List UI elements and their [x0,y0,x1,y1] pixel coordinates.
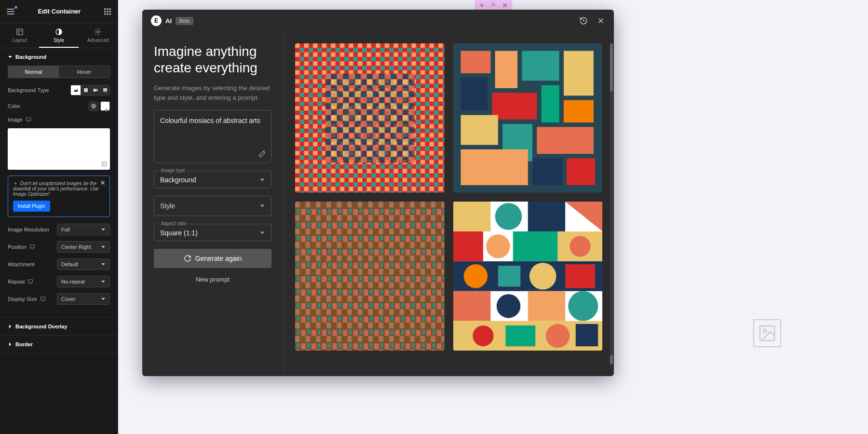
ai-sparkle-icon[interactable] [103,107,110,114]
svg-rect-63 [564,51,594,95]
lightbulb-icon: ✦ [13,181,17,186]
svg-rect-68 [461,115,498,145]
img-res-select[interactable]: Full [57,224,110,235]
tab-style[interactable]: Style [39,23,78,48]
close-icon[interactable] [597,16,605,25]
ai-prompt-panel: Imagine anything create everything Gener… [142,32,284,376]
attachment-select[interactable]: Default [57,258,110,270]
svg-point-85 [486,234,510,258]
svg-rect-92 [565,264,595,288]
position-select[interactable]: Center Right [57,241,110,253]
section-background: Background Normal Hover Background Type [0,48,118,318]
history-icon[interactable] [579,16,588,25]
svg-rect-7 [107,11,108,12]
svg-rect-71 [461,149,528,185]
add-icon[interactable] [478,2,485,9]
svg-rect-3 [104,8,106,10]
apps-icon[interactable] [103,7,112,16]
prompt-input-wrap [154,110,271,163]
svg-point-96 [568,291,598,321]
svg-rect-81 [453,202,490,231]
state-hover[interactable]: Hover [59,66,109,78]
svg-rect-65 [492,93,537,120]
editor-canvas: E AI Beta Imagine anything create everyt… [118,0,868,434]
scrollbar[interactable] [610,43,613,365]
svg-rect-23 [26,118,30,121]
generate-button[interactable]: Generate again [154,249,271,268]
new-prompt-button[interactable]: New prompt [154,276,271,283]
tab-layout[interactable]: Layout [0,23,39,48]
repeat-select[interactable]: No-repeat [57,276,110,287]
bg-type-label: Background Type [8,87,49,93]
display-size-label: Display Size [8,296,46,302]
drag-icon[interactable] [490,2,497,9]
svg-point-41 [493,5,494,6]
close-icon[interactable] [502,2,508,9]
image-placeholder-icon [753,319,781,347]
ai-title: Imagine anything create everything [154,43,271,76]
result-image[interactable] [453,202,603,351]
svg-rect-18 [93,89,96,92]
svg-rect-6 [104,11,106,12]
state-segmented: Normal Hover [8,66,110,78]
prompt-input[interactable] [160,116,265,135]
aspect-ratio-select[interactable]: Aspect ratio Square (1:1) [154,224,271,241]
svg-point-94 [496,294,520,318]
bg-type-gradient[interactable] [81,85,90,95]
svg-rect-70 [537,127,594,154]
svg-rect-5 [109,8,111,10]
svg-point-16 [97,31,99,33]
svg-rect-29 [30,245,35,248]
section-background-header[interactable]: Background [0,48,118,66]
color-global[interactable] [89,101,98,111]
svg-point-87 [570,236,590,257]
image-label: Image [8,117,31,122]
bg-type-slideshow[interactable] [100,85,109,95]
svg-rect-9 [104,13,106,14]
bg-type-video[interactable] [90,85,100,95]
bg-type-picker [70,85,110,95]
svg-rect-73 [567,158,595,185]
ai-subtitle: Generate images by selecting the desired… [154,83,271,102]
optimizer-tip: ✦ Don't let unoptimized images be the do… [8,176,110,217]
result-image[interactable] [453,43,603,193]
svg-rect-67 [564,100,594,122]
svg-rect-19 [103,88,107,91]
svg-point-37 [491,3,492,4]
svg-rect-84 [453,231,483,261]
svg-point-42 [494,5,495,6]
hamburger-icon[interactable] [6,7,15,16]
close-icon[interactable] [100,180,106,186]
attachment-label: Attachment [8,261,35,267]
section-border-header[interactable]: Border [0,336,118,353]
svg-point-100 [545,324,570,348]
image-upload[interactable] [8,128,110,170]
result-image[interactable] [295,202,445,351]
beta-badge: Beta [176,17,193,25]
image-type-select[interactable]: Image type Background [154,171,271,188]
bg-type-classic[interactable] [71,85,81,95]
svg-point-98 [473,325,493,346]
svg-point-46 [763,329,767,333]
result-image[interactable] [295,43,445,193]
display-size-select[interactable]: Cover [57,293,110,305]
enhance-icon[interactable] [258,150,266,158]
svg-rect-8 [109,11,111,12]
svg-rect-79 [295,202,445,351]
color-label: Color [8,103,20,109]
state-normal[interactable]: Normal [8,66,59,78]
svg-rect-64 [461,78,488,110]
tab-advanced[interactable]: Advanced [79,23,118,48]
svg-rect-31 [28,280,33,283]
svg-rect-62 [522,51,559,81]
section-bg-overlay-header[interactable]: Background Overlay [0,318,118,335]
svg-rect-11 [109,13,111,14]
svg-rect-60 [461,51,490,73]
install-plugin-button[interactable]: Install Plugin [13,201,50,212]
svg-rect-4 [107,8,108,10]
svg-rect-72 [532,158,562,185]
svg-rect-10 [107,13,108,14]
svg-point-39 [494,3,495,4]
svg-rect-93 [453,291,490,321]
style-select[interactable]: Style [154,196,271,216]
